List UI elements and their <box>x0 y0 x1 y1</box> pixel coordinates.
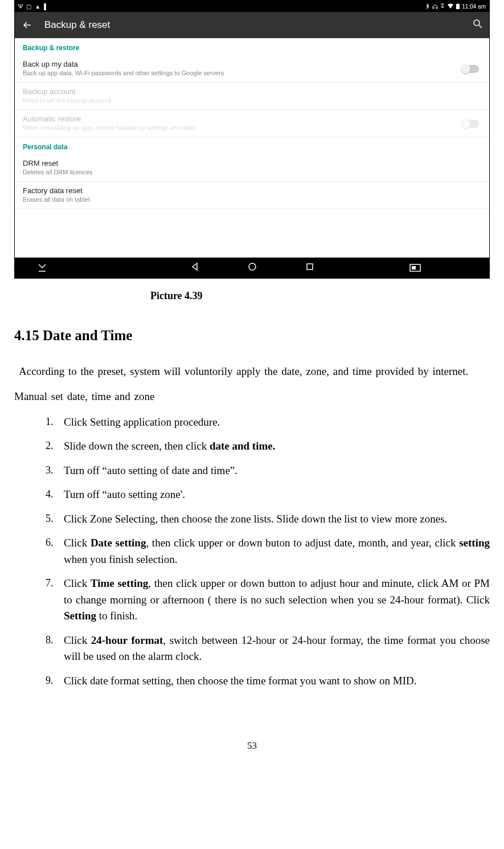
svg-point-2 <box>474 20 480 26</box>
bar-icon: ▌ <box>44 3 48 10</box>
row-subtitle: Erases all data on tablet <box>23 196 481 203</box>
battery-icon <box>456 3 460 9</box>
status-bar: Ψ ▢ ▲ ▌ 11:04 am <box>15 1 489 12</box>
row-title: Factory data reset <box>23 186 481 195</box>
section-heading: 4.15 Date and Time <box>14 325 490 346</box>
step-4: Turn off “auto setting zone'. <box>46 487 490 503</box>
search-icon[interactable] <box>473 19 482 31</box>
row-title: Back up my data <box>23 60 481 68</box>
blank-space <box>15 209 489 258</box>
android-screenshot: Ψ ▢ ▲ ▌ 11:04 am <box>14 0 490 279</box>
step-1: Click Setting application procedure. <box>46 414 490 431</box>
nav-bar <box>15 258 489 278</box>
toggle-switch[interactable] <box>462 65 479 73</box>
row-drm-reset[interactable]: DRM reset Deletes all DRM licences <box>15 154 489 182</box>
row-automatic-restore: Automatic restore When reinstalling an a… <box>15 110 489 137</box>
svg-rect-0 <box>456 4 460 9</box>
psi-icon: Ψ <box>18 3 23 10</box>
status-time: 11:04 am <box>462 3 486 10</box>
row-title: DRM reset <box>23 159 481 168</box>
download-icon <box>440 3 445 9</box>
nav-screenshot-icon[interactable] <box>409 264 421 272</box>
row-subtitle: Need to set the backup account <box>23 97 481 104</box>
row-backup-account: Backup account Need to set the backup ac… <box>15 83 489 110</box>
step-5: Click Zone Selecting, then choose the zo… <box>46 511 490 528</box>
wifi-icon <box>447 3 454 9</box>
row-title: Automatic restore <box>23 115 481 123</box>
svg-point-3 <box>249 263 256 270</box>
row-title: Backup account <box>23 87 481 96</box>
svg-rect-6 <box>412 266 416 270</box>
step-6: Click Date setting, then click upper or … <box>46 535 490 568</box>
nav-home-icon[interactable] <box>248 262 257 274</box>
row-subtitle: Deletes all DRM licences <box>23 169 481 175</box>
app-bar: Backup & reset <box>15 12 489 38</box>
step-8: Click 24-hour format, switch between 12-… <box>46 632 490 665</box>
triangle-icon: ▲ <box>35 3 40 10</box>
section-header-backup: Backup & restore <box>15 38 489 55</box>
square-icon: ▢ <box>26 3 31 10</box>
document-body: 4.15 Date and Time According to the pres… <box>0 325 504 689</box>
row-subtitle: Back up app data, Wi-Fi passwords and ot… <box>23 70 481 76</box>
nav-recent-icon[interactable] <box>305 262 314 274</box>
svg-rect-4 <box>307 264 313 270</box>
intro-paragraph: According to the preset, system will vol… <box>14 364 490 380</box>
step-2: Slide down the screen, then click date a… <box>46 438 490 455</box>
step-3: Turn off “auto setting of date and time”… <box>46 463 490 479</box>
step-7: Click Time setting, then click upper or … <box>46 575 490 624</box>
headphones-icon <box>432 3 438 9</box>
figure-caption: Picture 4.39 <box>0 290 353 302</box>
nav-hide-icon[interactable] <box>38 263 47 272</box>
app-bar-title: Backup & reset <box>44 19 110 31</box>
row-subtitle: When reinstalling an app, restore backed… <box>23 124 481 131</box>
steps-list: Click Setting application procedure. Sli… <box>46 414 490 689</box>
bluetooth-icon <box>425 3 430 9</box>
section-header-personal: Personal data <box>15 137 489 154</box>
settings-list: Backup & restore Back up my data Back up… <box>15 38 489 258</box>
row-factory-reset[interactable]: Factory data reset Erases all data on ta… <box>15 182 489 209</box>
manual-heading: Manual set date, time and zone <box>14 389 490 405</box>
nav-back-icon[interactable] <box>190 262 199 274</box>
svg-rect-1 <box>457 3 458 4</box>
back-icon[interactable] <box>23 20 34 30</box>
page-number: 53 <box>0 740 504 763</box>
step-9: Click date format setting, then choose t… <box>46 673 490 689</box>
toggle-switch <box>462 120 479 128</box>
row-backup-my-data[interactable]: Back up my data Back up app data, Wi-Fi … <box>15 55 489 83</box>
